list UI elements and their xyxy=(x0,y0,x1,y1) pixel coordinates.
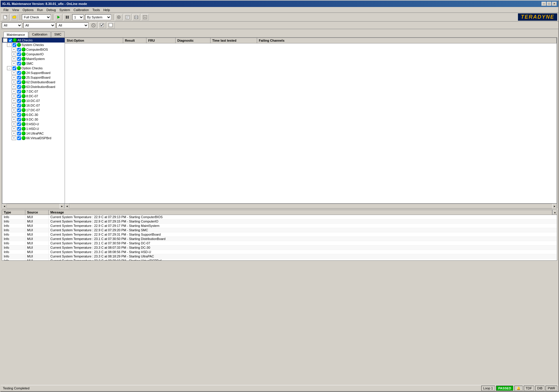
expand-8dc07[interactable]: + xyxy=(12,94,16,98)
expand-systemchecks[interactable]: - xyxy=(7,43,12,47)
tree-item-62distributionboard[interactable]: + 62:DistributionBoard xyxy=(12,80,65,84)
expand-63distributionboard[interactable]: + xyxy=(12,85,16,89)
checkbox-0hsdu[interactable] xyxy=(17,122,21,126)
tree-item-allchecks[interactable]: - All Checks xyxy=(2,38,65,43)
menu-system[interactable]: System xyxy=(58,8,72,12)
menu-help[interactable]: Help xyxy=(102,8,112,12)
expand-24supportboard[interactable]: + xyxy=(12,71,16,75)
tree-item-computerio[interactable]: + ComputerIO xyxy=(12,52,65,56)
tree-item-optionchecks[interactable]: - Option Checks xyxy=(7,66,65,70)
scroll-right-button[interactable]: ► xyxy=(60,204,64,209)
expand-16dc07[interactable]: + xyxy=(12,103,16,107)
tree-item-63distributionboard[interactable]: + 63:DistributionBoard xyxy=(12,84,65,89)
check-type-select[interactable]: Full Check xyxy=(22,14,51,20)
run-button[interactable] xyxy=(55,14,62,20)
tree-item-6dc30[interactable]: + 6:DC-30 xyxy=(12,112,65,117)
menu-options[interactable]: Options xyxy=(21,8,35,12)
check-all-button[interactable] xyxy=(98,22,106,29)
menu-debug[interactable]: Debug xyxy=(45,8,58,12)
checkbox-25supportboard[interactable] xyxy=(17,76,21,80)
tree-item-9dc30[interactable]: + 9:DC-30 xyxy=(12,117,65,122)
group-by-select[interactable]: By System xyxy=(85,14,111,20)
checkbox-24supportboard[interactable] xyxy=(17,71,21,75)
table-scroll-left-button[interactable]: ◄ xyxy=(65,204,69,209)
tree-item-17dc07[interactable]: + 17:DC-07 xyxy=(12,108,65,112)
expand-computerbios[interactable]: + xyxy=(12,47,16,52)
checkbox-maintsystem[interactable] xyxy=(17,57,21,61)
expand-7dc07[interactable]: + xyxy=(12,89,16,93)
checkbox-computerbios[interactable] xyxy=(17,48,21,52)
filter-select-2[interactable]: All xyxy=(23,22,55,28)
menu-tools[interactable]: Tools xyxy=(91,8,102,12)
table-scroll-track-h[interactable] xyxy=(69,204,552,208)
tree-item-25supportboard[interactable]: + 25:SupportBoard xyxy=(12,75,65,80)
maximize-button[interactable]: □ xyxy=(547,2,551,6)
checkbox-63distributionboard[interactable] xyxy=(17,85,21,89)
expand-14ultrapac[interactable]: + xyxy=(12,131,16,135)
print-button[interactable] xyxy=(132,14,140,20)
tree-item-66virtualdspbrd[interactable]: + 66:VirtualDSPBrd xyxy=(12,136,65,140)
checkbox-6dc30[interactable] xyxy=(17,113,21,117)
settings-button[interactable] xyxy=(115,14,123,20)
tree-item-smc[interactable]: + SMC xyxy=(12,61,65,66)
run-number-select[interactable]: 1 xyxy=(72,14,84,20)
checkbox-smc[interactable] xyxy=(17,62,21,66)
report-button[interactable] xyxy=(124,14,131,20)
checkbox-8dc07[interactable] xyxy=(17,94,21,98)
pause-button[interactable] xyxy=(63,14,71,20)
checkbox-allchecks[interactable] xyxy=(8,38,12,42)
log-scroll-up[interactable]: ▲ xyxy=(553,210,557,215)
menu-run[interactable]: Run xyxy=(35,8,45,12)
expand-computerio[interactable]: + xyxy=(12,52,16,56)
filter-settings-button[interactable] xyxy=(90,22,97,29)
tree-panel[interactable]: - All Checks - System Checks + xyxy=(2,38,65,203)
checkbox-16dc07[interactable] xyxy=(17,104,21,107)
tree-item-7dc07[interactable]: + 7:DC-07 xyxy=(12,89,65,94)
tab-maintenance[interactable]: Maintenance xyxy=(3,32,28,38)
expand-maintsystem[interactable]: + xyxy=(12,57,16,61)
checkbox-14ultrapac[interactable] xyxy=(17,132,21,135)
checkbox-computerio[interactable] xyxy=(17,52,21,56)
menu-file[interactable]: File xyxy=(2,8,10,12)
checkbox-62distributionboard[interactable] xyxy=(17,80,21,84)
expand-62distributionboard[interactable]: + xyxy=(12,80,16,84)
expand-1hsdu[interactable]: + xyxy=(12,127,16,131)
log-body[interactable]: InfoMUICurrent System Temperature : 22.9… xyxy=(2,215,557,260)
filter-select-3[interactable]: All xyxy=(56,22,89,28)
checkbox-66virtualdspbrd[interactable] xyxy=(17,136,21,140)
export-button[interactable]: XL xyxy=(141,14,149,20)
tab-calibration[interactable]: Calibration xyxy=(29,31,51,37)
tab-smc[interactable]: SMC xyxy=(51,31,65,37)
tree-item-systemchecks[interactable]: - System Checks xyxy=(7,43,65,47)
tree-item-24supportboard[interactable]: + 24:SupportBoard xyxy=(12,70,65,75)
tree-item-0hsdu[interactable]: + 0:HSD-U xyxy=(12,122,65,126)
new-button[interactable] xyxy=(2,14,9,20)
expand-10dc07[interactable]: + xyxy=(12,99,16,103)
expand-optionchecks[interactable]: - xyxy=(7,66,12,70)
menu-view[interactable]: View xyxy=(10,8,21,12)
tree-item-14ultrapac[interactable]: + 14:UltraPAC xyxy=(12,131,65,136)
checkbox-7dc07[interactable] xyxy=(17,90,21,93)
checkbox-10dc07[interactable] xyxy=(17,99,21,103)
tree-item-8dc07[interactable]: + 8:DC-07 xyxy=(12,94,65,98)
filter-select-1[interactable]: All xyxy=(2,22,22,28)
expand-6dc30[interactable]: + xyxy=(12,113,16,117)
tree-item-maintsystem[interactable]: + MaintSystem xyxy=(12,56,65,61)
expand-66virtualdspbrd[interactable]: + xyxy=(12,136,16,140)
checkbox-1hsdu[interactable] xyxy=(17,127,21,131)
tree-item-1hsdu[interactable]: + 1:HSD-U xyxy=(12,126,65,131)
expand-17dc07[interactable]: + xyxy=(12,108,16,112)
tree-item-10dc07[interactable]: + 10:DC-07 xyxy=(12,98,65,103)
expand-0hsdu[interactable]: + xyxy=(12,122,16,126)
checkbox-9dc30[interactable] xyxy=(17,118,21,121)
checkbox-17dc07[interactable] xyxy=(17,108,21,112)
scroll-left-button[interactable]: ◄ xyxy=(2,204,7,209)
expand-25supportboard[interactable]: + xyxy=(12,75,16,80)
tree-item-16dc07[interactable]: + 16:DC-07 xyxy=(12,103,65,108)
uncheck-all-button[interactable] xyxy=(107,22,115,29)
checkbox-optionchecks[interactable] xyxy=(13,66,16,70)
scroll-track-h[interactable] xyxy=(7,204,60,208)
menu-calibration[interactable]: Calibration xyxy=(72,8,91,12)
tree-item-computerbios[interactable]: + ComputerBIOS xyxy=(12,47,65,52)
expand-allchecks[interactable]: - xyxy=(3,38,8,42)
